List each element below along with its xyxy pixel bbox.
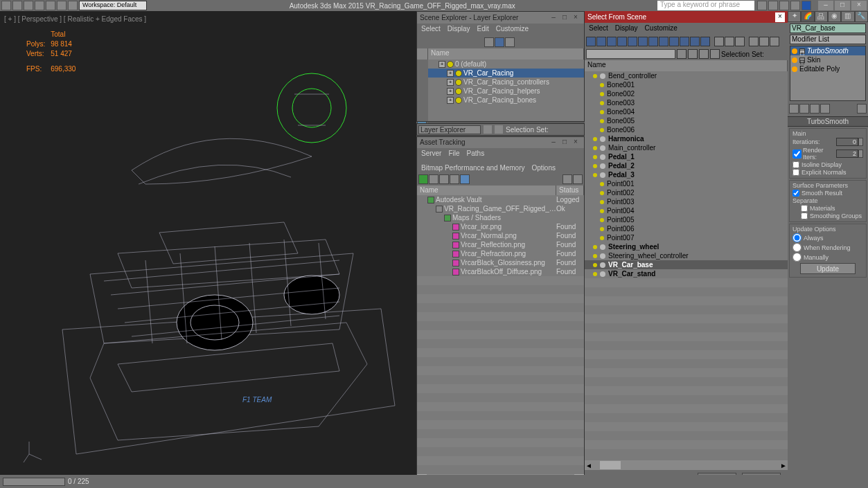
minimize-icon[interactable]: – (548, 13, 559, 23)
hscrollbar[interactable]: ◄ ► (585, 460, 788, 470)
modifier-stack-item[interactable]: □TurboSmooth (790, 46, 865, 55)
list-item[interactable]: Point006 (585, 224, 788, 233)
scroll-thumb[interactable] (600, 461, 621, 469)
find-input[interactable] (586, 49, 675, 59)
smooth-result-checkbox[interactable] (792, 190, 799, 197)
list-item[interactable]: Point005 (585, 215, 788, 224)
modifier-list-dropdown[interactable]: Modifier List (790, 35, 866, 44)
menu-bitmap[interactable]: Bitmap Performance and Memory (421, 164, 525, 172)
list-item[interactable]: Point007 (585, 233, 788, 242)
scene-explorer-header[interactable]: Scene Explorer - Layer Explorer – □ × (417, 12, 584, 24)
list-item[interactable]: Bone004 (585, 107, 788, 116)
tree-row[interactable]: Vrcar_Normal.pngFound (417, 231, 584, 240)
sort-icon[interactable] (505, 37, 515, 47)
view-icon[interactable] (688, 49, 698, 59)
render-iters-checkbox[interactable] (792, 150, 801, 159)
tool-icon[interactable] (749, 37, 759, 46)
tool-icon[interactable] (460, 174, 470, 184)
list-item[interactable]: VR_Car_stand (585, 269, 788, 278)
tree-row[interactable]: VR_Racing_Game_OFF_Rigged_max_vray.maxOk (417, 204, 584, 213)
pin-stack-icon[interactable] (789, 104, 799, 114)
new-icon[interactable] (12, 1, 22, 10)
tab-hierarchy[interactable]: 品 (815, 11, 828, 22)
list-item[interactable]: VR_Car_base (585, 260, 788, 269)
filter-containers-icon[interactable] (680, 37, 689, 46)
tree-row[interactable]: +VR_Car_Racing_helpers (428, 87, 584, 96)
select-from-scene-header[interactable]: Select From Scene × (585, 11, 788, 23)
menu-customize[interactable]: Customize (645, 24, 677, 34)
menu-select[interactable]: Select (421, 25, 441, 35)
help-icon[interactable] (801, 1, 811, 10)
minimize-button[interactable]: – (818, 1, 833, 10)
tab-display[interactable]: ▥ (841, 11, 854, 22)
filter-xrefs-icon[interactable] (659, 37, 668, 46)
object-name-field[interactable]: VR_Car_base (790, 24, 866, 33)
maximize-icon[interactable]: □ (559, 13, 570, 23)
tool-icon[interactable] (714, 37, 724, 46)
list-item[interactable]: Pedal_1 (585, 152, 788, 161)
close-button[interactable]: × (851, 1, 867, 10)
filter-icon[interactable] (484, 37, 494, 47)
tree-row[interactable]: Vrcar_Refraction.pngFound (417, 249, 584, 258)
configure-sets-icon[interactable] (857, 104, 867, 114)
layer-explorer-dropdown[interactable]: Layer Explorer (418, 125, 481, 134)
tree-row[interactable]: +VR_Car_Racing (428, 69, 584, 78)
rollout-turbosmooth-header[interactable]: TurboSmooth (788, 116, 868, 127)
menu-options[interactable]: Options (532, 164, 556, 172)
help-icon[interactable] (563, 174, 572, 184)
tree-row[interactable]: VrcarBlackOff_Diffuse.pngFound (417, 267, 584, 276)
tree-row[interactable]: +0 (default) (428, 60, 584, 69)
asset-tracking-tree[interactable]: Autodesk VaultLoggedVR_Racing_Game_OFF_R… (417, 195, 584, 474)
viewport-label[interactable]: [ + ] [ Perspective ] [ Realistic + Edge… (4, 15, 146, 23)
explicit-normals-checkbox[interactable] (792, 169, 799, 176)
open-icon[interactable] (24, 1, 33, 10)
spinner-buttons[interactable] (858, 150, 863, 158)
list-item[interactable]: Harmonica (585, 134, 788, 143)
tree-row[interactable]: Autodesk VaultLogged (417, 195, 584, 204)
filter-bones-icon[interactable] (669, 37, 679, 46)
list-item[interactable]: Point004 (585, 206, 788, 215)
filter-helpers-icon[interactable] (628, 37, 637, 46)
modifier-stack[interactable]: □TurboSmooth□SkinEditable Poly (790, 46, 866, 101)
menu-server[interactable]: Server (421, 150, 441, 157)
menu-display[interactable]: Display (615, 24, 638, 34)
tool-icon[interactable] (725, 37, 734, 46)
col-name[interactable]: Name (417, 186, 556, 196)
remove-modifier-icon[interactable] (820, 104, 830, 114)
col-name[interactable]: Name (585, 60, 788, 71)
modifier-stack-item[interactable]: Editable Poly (790, 64, 865, 73)
filter-lights-icon[interactable] (607, 37, 617, 46)
time-slider[interactable] (3, 478, 65, 486)
save-icon[interactable] (35, 1, 44, 10)
refresh-icon[interactable] (418, 174, 428, 184)
tool-icon[interactable] (770, 37, 779, 46)
find-clear-icon[interactable] (677, 49, 687, 59)
app-menu-icon[interactable] (1, 1, 11, 10)
menu-display[interactable]: Display (448, 25, 470, 35)
when-rendering-radio[interactable] (792, 243, 801, 252)
view-layers-icon[interactable] (495, 37, 504, 47)
workspace-dropdown[interactable]: Workspace: Default (79, 1, 147, 10)
always-radio[interactable] (792, 233, 801, 242)
tool-icon[interactable] (450, 174, 459, 184)
isoline-checkbox[interactable] (792, 161, 799, 168)
tree-row[interactable]: VrcarBlack_Glossiness.pngFound (417, 258, 584, 267)
modifier-stack-item[interactable]: □Skin (790, 55, 865, 64)
maximize-icon[interactable]: □ (559, 138, 570, 147)
tool-icon[interactable] (439, 174, 449, 184)
list-item[interactable]: Point003 (585, 197, 788, 206)
tree-row[interactable]: +VR_Car_Racing_bones (428, 96, 584, 105)
tab-utilities[interactable]: 🔧 (855, 11, 868, 22)
filter-shapes-icon[interactable] (596, 37, 606, 46)
tree-row[interactable]: Maps / Shaders (417, 213, 584, 222)
close-icon[interactable]: × (570, 13, 581, 23)
menu-edit[interactable]: Edit (477, 25, 489, 35)
select-from-scene-list[interactable]: Bend_controllerBone001Bone002Bone003Bone… (585, 71, 788, 470)
menu-file[interactable]: File (448, 150, 459, 157)
filter-geometry-icon[interactable] (586, 37, 596, 46)
materials-checkbox[interactable] (801, 205, 808, 212)
minimize-icon[interactable]: – (548, 138, 559, 147)
show-end-result-icon[interactable] (799, 104, 809, 114)
star-icon[interactable] (768, 1, 778, 10)
make-unique-icon[interactable] (810, 104, 820, 114)
